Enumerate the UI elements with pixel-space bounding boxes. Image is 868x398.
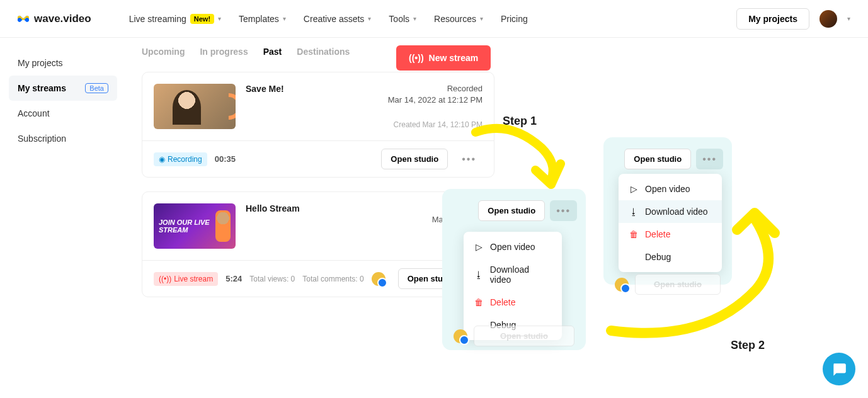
avatar[interactable] [819,10,837,28]
tab-in-progress[interactable]: In progress [200,47,248,57]
main: Upcoming In progress Past Destinations (… [142,47,494,311]
stream-card: JOIN OUR LIVE STREAM Hello Stream Str Ma… [142,191,494,297]
nav-tools[interactable]: Tools ▾ [389,14,416,24]
menu-open-video[interactable]: ▷ Open video [619,178,722,200]
chat-icon [831,361,847,377]
stream-thumbnail[interactable] [154,84,236,129]
header: wave.video Live streaming New! ▾ Templat… [0,0,868,38]
annotation-arrow-icon [466,123,573,198]
open-studio-button[interactable]: Open studio [478,200,545,221]
nav-templates[interactable]: Templates ▾ [239,14,286,24]
nav-pricing[interactable]: Pricing [501,14,528,24]
play-icon: ▷ [474,242,484,252]
destination-icon [372,272,385,286]
duration: 00:35 [215,154,236,164]
header-right: My projects ▾ [736,8,850,30]
new-badge: New! [190,14,214,24]
tab-destinations[interactable]: Destinations [297,47,350,57]
sidebar-account[interactable]: Account [9,101,117,126]
top-nav: Live streaming New! ▾ Templates ▾ Creati… [129,14,528,24]
play-icon: ▷ [629,184,639,194]
trash-icon: 🗑 [474,297,484,307]
broadcast-icon: ((•)) [409,53,424,63]
download-icon: ⭳ [474,270,484,280]
live-badge: ((•)) Live stream [154,272,218,286]
more-button[interactable]: ••• [696,149,723,169]
menu-download-video[interactable]: ⭳ Download video [464,258,562,291]
recording-badge: ◉ Recording [154,152,207,166]
open-studio-button[interactable]: Open studio [624,149,691,169]
open-studio-button[interactable]: Open studio [474,326,574,346]
my-projects-button[interactable]: My projects [736,8,809,30]
sidebar-subscription[interactable]: Subscription [9,126,117,151]
new-stream-button[interactable]: ((•)) New stream [396,45,491,71]
tab-past[interactable]: Past [263,47,282,57]
brand-name: wave.video [34,13,91,25]
duration: 5:24 [226,274,242,283]
stream-status: Recorded [447,84,483,94]
chevron-down-icon: ▾ [480,15,483,22]
logo[interactable]: wave.video [18,13,91,25]
comments-stat: Total comments: 0 [302,275,363,283]
nav-live-streaming[interactable]: Live streaming New! ▾ [129,14,221,24]
tab-upcoming[interactable]: Upcoming [142,47,185,57]
sidebar-my-streams[interactable]: My streams Beta [9,76,117,101]
stream-date: Mar 14, 2022 at 12:12 PM [246,95,483,105]
annotation-arrow-icon [598,202,787,346]
stream-created: Created Mar 14, 12:10 PM [246,120,483,129]
chat-button[interactable] [823,353,855,385]
open-studio-button[interactable]: Open studio [381,149,448,169]
chevron-down-icon: ▾ [283,15,286,22]
nav-resources[interactable]: Resources ▾ [434,14,483,24]
chevron-down-icon: ▾ [218,15,221,22]
chevron-down-icon[interactable]: ▾ [847,15,850,22]
stream-card: Save Me! Recorded Mar 14, 2022 at 12:12 … [142,72,494,178]
menu-open-video[interactable]: ▷ Open video [464,236,562,258]
sidebar-my-projects[interactable]: My projects [9,50,117,76]
chevron-down-icon: ▾ [413,15,416,22]
sidebar: My projects My streams Beta Account Subs… [0,38,126,164]
context-menu: ▷ Open video ⭳ Download video 🗑 Delete D… [464,232,562,340]
menu-delete[interactable]: 🗑 Delete [464,291,562,314]
stream-title: Save Me! [246,84,284,94]
nav-creative-assets[interactable]: Creative assets ▾ [304,14,371,24]
broadcast-icon: ((•)) [159,275,171,283]
chevron-down-icon: ▾ [368,15,371,22]
stream-thumbnail[interactable]: JOIN OUR LIVE STREAM [154,203,236,249]
more-button[interactable]: ••• [550,200,577,221]
views-stat: Total views: 0 [249,275,295,283]
stream-title: Hello Stream [246,203,300,213]
step1-popout: Open studio ••• ▷ Open video ⭳ Download … [442,189,586,350]
logo-icon [18,14,30,23]
beta-badge: Beta [85,83,108,93]
destination-icon [454,329,467,343]
record-icon: ◉ [159,155,165,164]
